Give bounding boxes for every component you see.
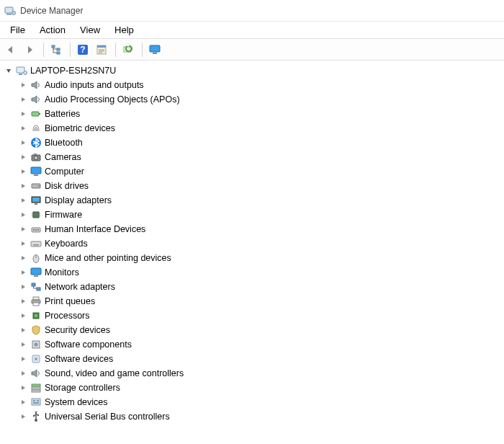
- tree-item[interactable]: Storage controllers: [3, 381, 504, 395]
- tree-item[interactable]: Audio inputs and outputs: [3, 78, 504, 92]
- tree-item[interactable]: Biometric devices: [3, 121, 504, 136]
- expander-icon[interactable]: [19, 153, 27, 161]
- tree-item-label: Display adapters: [45, 195, 112, 205]
- toolbar-display-monitor-button[interactable]: [147, 41, 164, 58]
- tree-item[interactable]: Firmware: [3, 208, 504, 222]
- tree-item[interactable]: Monitors: [3, 265, 504, 280]
- chip-icon: [30, 209, 42, 221]
- tree-item[interactable]: Software components: [3, 337, 504, 352]
- svg-rect-19: [32, 112, 39, 116]
- hid-icon: [30, 223, 42, 235]
- tree-item[interactable]: Mice and other pointing devices: [3, 251, 504, 265]
- expander-icon[interactable]: [19, 182, 27, 190]
- toolbar-separator: [70, 43, 71, 57]
- svg-rect-30: [32, 197, 40, 202]
- tree-item[interactable]: Computer: [3, 164, 504, 179]
- tree-item-label: Firmware: [45, 210, 82, 220]
- svg-rect-4: [57, 48, 60, 50]
- tree-item[interactable]: Keyboards: [3, 236, 504, 251]
- expander-icon[interactable]: [19, 297, 27, 306]
- svg-rect-53: [34, 275, 38, 277]
- expander-icon[interactable]: [19, 412, 27, 421]
- expander-icon[interactable]: [19, 225, 27, 234]
- svg-rect-54: [32, 283, 35, 286]
- svg-point-28: [38, 185, 40, 187]
- expander-icon[interactable]: [19, 340, 27, 349]
- svg-rect-3: [52, 45, 55, 48]
- expander-icon[interactable]: [19, 196, 27, 205]
- tree-item[interactable]: Processors: [3, 308, 504, 323]
- expander-icon[interactable]: [4, 66, 13, 75]
- display-icon: [30, 195, 42, 206]
- mouse-icon: [30, 252, 42, 264]
- tree-item-label: Keyboards: [45, 239, 88, 249]
- tree-item[interactable]: Disk drives: [3, 179, 504, 193]
- network-icon: [30, 281, 42, 293]
- menu-help[interactable]: Help: [107, 22, 141, 37]
- toolbar-back-button[interactable]: [3, 41, 20, 58]
- tree-item-label: Mice and other pointing devices: [45, 253, 171, 263]
- expander-icon[interactable]: [19, 369, 27, 378]
- expander-icon[interactable]: [19, 239, 27, 248]
- properties-icon: [96, 44, 107, 56]
- tree-item[interactable]: Print queues: [3, 294, 504, 308]
- expander-icon[interactable]: [19, 398, 27, 407]
- toolbar-help-button[interactable]: ?: [75, 41, 92, 58]
- tree-item[interactable]: Cameras: [3, 150, 504, 164]
- tree-item[interactable]: Bluetooth: [3, 136, 504, 150]
- menu-view[interactable]: View: [73, 22, 107, 37]
- toolbar-show-hide-tree-button[interactable]: [48, 41, 66, 58]
- expander-icon[interactable]: [19, 283, 27, 291]
- monitor-blue-icon: [149, 44, 161, 56]
- printer-icon: [30, 296, 42, 307]
- tree-item-label: Audio Processing Objects (APOs): [45, 94, 180, 105]
- expander-icon[interactable]: [19, 210, 27, 219]
- toolbar-scan-hardware-button[interactable]: [120, 41, 138, 58]
- svg-point-73: [33, 415, 35, 417]
- expander-icon[interactable]: [19, 167, 27, 176]
- arrow-left-icon: [5, 44, 17, 56]
- expander-icon[interactable]: [19, 383, 27, 392]
- tree-item-label: Monitors: [45, 267, 79, 278]
- tree-item[interactable]: Software devices: [3, 352, 504, 366]
- svg-rect-65: [32, 387, 40, 389]
- tree-item[interactable]: System devices: [3, 395, 504, 409]
- device-tree[interactable]: LAPTOP-ESH2SN7UAudio inputs and outputsA…: [0, 61, 504, 444]
- tree-item-label: Network adapters: [45, 282, 115, 292]
- svg-rect-67: [32, 399, 40, 405]
- menu-file[interactable]: File: [3, 22, 32, 37]
- tree-item[interactable]: Security devices: [3, 323, 504, 337]
- expander-icon[interactable]: [19, 138, 27, 147]
- expander-icon[interactable]: [19, 311, 27, 320]
- tree-item[interactable]: Sound, video and game controllers: [3, 366, 504, 381]
- expander-icon[interactable]: [19, 355, 27, 363]
- tree-item[interactable]: Network adapters: [3, 280, 504, 294]
- tree-item[interactable]: Display adapters: [3, 193, 504, 208]
- tree-item[interactable]: Universal Serial Bus controllers: [3, 409, 504, 424]
- expander-icon[interactable]: [19, 254, 27, 262]
- tree-item-label: Disk drives: [45, 181, 89, 191]
- help-icon: ?: [77, 44, 89, 56]
- monitor-icon: [30, 267, 42, 278]
- expander-icon[interactable]: [19, 81, 27, 89]
- toolbar-forward-button[interactable]: [22, 41, 39, 58]
- expander-icon[interactable]: [19, 95, 27, 104]
- svg-rect-66: [32, 390, 40, 392]
- speaker-icon: [30, 79, 42, 91]
- tree-item[interactable]: Audio Processing Objects (APOs): [3, 92, 504, 107]
- svg-rect-20: [39, 113, 40, 115]
- tree-item-label: Computer: [45, 166, 84, 177]
- toolbar-separator: [115, 43, 116, 57]
- tree-item[interactable]: Batteries: [3, 107, 504, 121]
- tree-item-label: Software components: [45, 339, 132, 350]
- tree-root[interactable]: LAPTOP-ESH2SN7U: [3, 63, 504, 78]
- menu-action[interactable]: Action: [32, 22, 73, 37]
- expander-icon[interactable]: [19, 326, 27, 334]
- svg-rect-42: [37, 229, 39, 231]
- toolbar-properties-sheet-button[interactable]: [94, 41, 111, 58]
- tree-item[interactable]: Human Interface Devices: [3, 222, 504, 236]
- svg-point-71: [35, 419, 37, 422]
- expander-icon[interactable]: [19, 268, 27, 277]
- expander-icon[interactable]: [19, 110, 27, 118]
- expander-icon[interactable]: [19, 124, 27, 133]
